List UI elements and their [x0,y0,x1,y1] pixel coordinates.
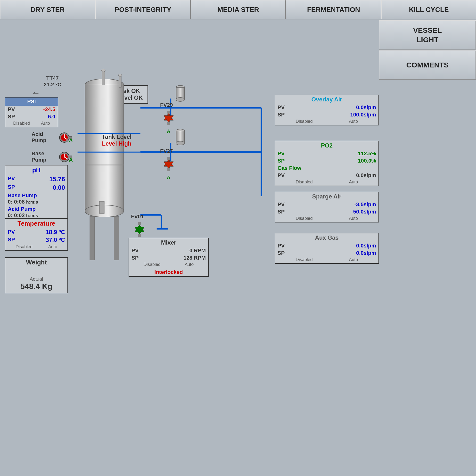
svg-rect-15 [114,216,119,260]
mixer-box[interactable]: Mixer PV 0 RPM SP 128 RPM Disabled Auto … [129,238,209,277]
psi-pv-row: PV -24.5 [5,106,58,113]
base-pump-time: Base Pump 0: 0:08 h:m:s [5,192,68,205]
nav-media-ster[interactable]: MEDIA STER [191,0,286,19]
temp-status: Disabled Auto [5,244,68,250]
svg-rect-11 [85,85,124,211]
weight-box[interactable]: Weight Actual 548.4 Kg [5,257,68,293]
tank-svg [70,68,138,267]
tt47-label: TT47 21.2 ºC [44,75,61,88]
overlay-status: Disabled Auto [275,119,378,125]
aux-pv-row: PV 0.0slpm [275,242,378,249]
overlay-sp-row: SP 100.0slpm [275,111,378,119]
ph-pv-row: PV 15.76 [5,175,68,183]
po2-status: Disabled Auto [275,179,378,186]
sparge-pv-row: PV -3.5slpm [275,201,378,208]
cylinder-fv27 [174,129,186,147]
temperature-box[interactable]: Temperature PV 18.9 ºC SP 37.0 ºC Disabl… [5,218,68,251]
svg-rect-43 [138,222,141,225]
tank-level-box: Tank Level Level High [102,134,132,147]
ph-sp-row: SP 0.00 [5,183,68,192]
overlay-air-box[interactable]: Overlay Air PV 0.0slpm SP 100.0slpm Disa… [275,95,379,125]
comments-button[interactable]: COMMENTS [379,51,476,80]
svg-rect-35 [167,111,170,114]
sparge-air-box[interactable]: Sparge Air PV -3.5slpm SP 50.0slpm Disab… [275,192,379,222]
main-content: TT47 21.2 ºC ← Burst Disk OK Jacket Leve… [0,19,379,476]
aux-gas-box[interactable]: Aux Gas PV 0.0slpm SP 0.0slpm Disabled A… [275,233,379,264]
sparge-status: Disabled Auto [275,215,378,222]
mixer-pv-row: PV 0 RPM [129,247,208,254]
psi-box[interactable]: PSI PV -24.5 SP 6.0 Disabled Auto [5,97,58,127]
psi-status: Disabled Auto [5,120,58,127]
po2-sp-row: SP 100.0% [275,157,378,165]
svg-point-50 [176,141,185,145]
aux-status: Disabled Auto [275,257,378,263]
right-panel: VESSEL LIGHT COMMENTS [379,19,476,80]
base-pump-label: Base Pump [32,151,46,163]
mixer-sp-row: SP 128 RPM [129,254,208,262]
svg-rect-36 [167,122,170,125]
svg-rect-44 [138,234,141,237]
sparge-sp-row: SP 50.0slpm [275,208,378,215]
svg-rect-18 [119,75,121,87]
svg-rect-40 [167,168,170,171]
svg-point-47 [176,98,185,102]
svg-rect-20 [100,201,104,214]
po2-pv-row: PV 112.5% [275,150,378,157]
svg-point-19 [119,74,122,76]
nav-post-integrity[interactable]: POST-INTEGRITY [95,0,191,19]
mixer-status: Disabled Auto [129,262,208,268]
cylinder-fv29 [174,85,186,103]
aux-sp-row: SP 0.0slpm [275,249,378,257]
fv27-valve[interactable]: FV27 A [160,148,177,180]
tt47-arrow: ← [32,88,40,98]
acid-pump-label: Acid Pump [32,131,46,144]
gasflow-pv-row: PV 0.0slpm [275,172,378,179]
top-navigation: DRY STER POST-INTEGRITY MEDIA STER FERME… [0,0,476,19]
temp-sp-row: SP 37.0 ºC [5,236,68,244]
svg-rect-16 [102,70,105,85]
nav-fermentation[interactable]: FERMENTATION [286,0,381,19]
svg-rect-14 [90,216,95,260]
svg-point-17 [102,69,105,72]
nav-dry-ster[interactable]: DRY STER [0,0,95,19]
psi-sp-row: SP 6.0 [5,113,58,120]
vessel-light-button[interactable]: VESSEL LIGHT [379,20,476,50]
temp-pv-row: PV 18.9 ºC [5,228,68,236]
po2-box[interactable]: PO2 PV 112.5% SP 100.0% Gas Flow PV 0.0s… [275,141,379,186]
nav-kill-cycle[interactable]: KILL CYCLE [381,0,476,19]
svg-rect-39 [167,157,170,160]
overlay-pv-row: PV 0.0slpm [275,104,378,111]
acid-pump-time: Acid Pump 0: 0:02 h:m:s [5,205,68,219]
